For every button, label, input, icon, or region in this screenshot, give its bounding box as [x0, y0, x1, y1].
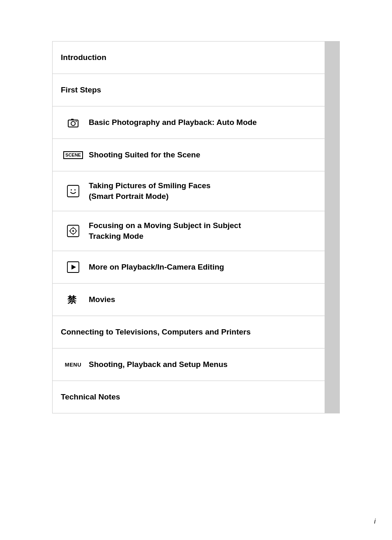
toc-label-subject-tracking: Focusing on a Moving Subject in SubjectT…: [85, 220, 317, 241]
toc-tab-first-steps: [325, 74, 339, 106]
svg-point-6: [74, 189, 76, 191]
toc-tab-shooting-scene: [325, 139, 339, 171]
toc-list: Introduction First Steps: [52, 41, 340, 413]
toc-item-movies[interactable]: 禁 Movies: [52, 283, 340, 316]
svg-point-5: [71, 189, 72, 191]
toc-tab-technical-notes: [325, 381, 339, 413]
toc-tab-basic-photography: [325, 106, 339, 138]
toc-tab-introduction: [325, 42, 339, 74]
page-container: Introduction First Steps: [0, 0, 392, 540]
toc-label-shooting-scene: Shooting Suited for the Scene: [85, 150, 317, 160]
playback-icon: [61, 261, 85, 273]
toc-item-subject-tracking[interactable]: Focusing on a Moving Subject in SubjectT…: [52, 211, 340, 251]
toc-tab-subject-tracking: [325, 211, 339, 251]
svg-marker-15: [71, 265, 76, 270]
toc-label-smiling-faces: Taking Pictures of Smiling Faces(Smart P…: [85, 180, 317, 201]
toc-label-movies: Movies: [85, 294, 317, 305]
scene-icon: SCENE: [61, 151, 85, 159]
svg-rect-2: [71, 119, 74, 120]
toc-item-first-steps[interactable]: First Steps: [52, 74, 340, 106]
toc-tab-connecting: [325, 316, 339, 348]
toc-tab-smiling-faces: [325, 171, 339, 211]
toc-tab-movies: [325, 284, 339, 316]
smile-icon: [61, 185, 85, 197]
toc-label-menus: Shooting, Playback and Setup Menus: [85, 359, 317, 370]
toc-tab-menus: [325, 348, 339, 381]
svg-text:禁: 禁: [67, 295, 77, 305]
tracking-icon: [61, 225, 85, 237]
toc-label-basic-photography: Basic Photography and Playback: Auto Mod…: [85, 117, 317, 128]
page-number: i: [374, 518, 376, 525]
svg-rect-3: [76, 121, 77, 122]
toc-label-connecting: Connecting to Televisions, Computers and…: [61, 327, 317, 337]
menu-icon: MENU: [61, 362, 85, 368]
svg-point-1: [71, 122, 75, 126]
movies-icon: 禁: [61, 294, 85, 305]
svg-point-9: [72, 230, 74, 232]
toc-label-introduction: Introduction: [61, 52, 317, 63]
toc-label-technical-notes: Technical Notes: [61, 392, 317, 402]
svg-rect-4: [67, 185, 79, 197]
toc-label-first-steps: First Steps: [61, 85, 317, 95]
toc-item-basic-photography[interactable]: Basic Photography and Playback: Auto Mod…: [52, 106, 340, 138]
toc-item-playback-editing[interactable]: More on Playback/In-Camera Editing: [52, 251, 340, 283]
camera-icon: [61, 117, 85, 128]
toc-item-menus[interactable]: MENU Shooting, Playback and Setup Menus: [52, 348, 340, 381]
toc-item-introduction[interactable]: Introduction: [52, 41, 340, 74]
toc-tab-playback-editing: [325, 251, 339, 283]
toc-item-connecting[interactable]: Connecting to Televisions, Computers and…: [52, 316, 340, 348]
toc-item-technical-notes[interactable]: Technical Notes: [52, 381, 340, 413]
toc-label-playback-editing: More on Playback/In-Camera Editing: [85, 262, 317, 272]
toc-item-shooting-scene[interactable]: SCENE Shooting Suited for the Scene: [52, 138, 340, 171]
toc-item-smiling-faces[interactable]: Taking Pictures of Smiling Faces(Smart P…: [52, 171, 340, 211]
